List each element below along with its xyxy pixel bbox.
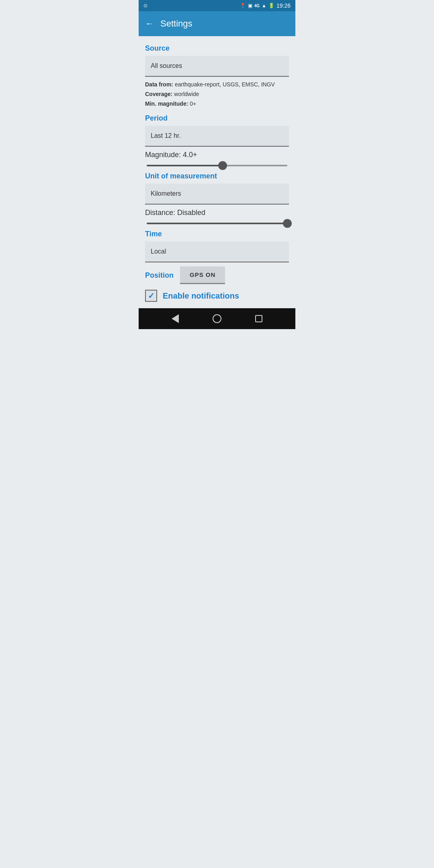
status-bar: ⊙ 📍 ▣ 4G ▲ 🔋 19:26 xyxy=(139,0,295,11)
source-info: Data from: earthquake-report, USGS, EMSC… xyxy=(145,80,289,108)
distance-slider-fill xyxy=(147,223,287,224)
4g-icon: 4G xyxy=(254,4,260,8)
magnitude-label: Magnitude: 4.0+ xyxy=(145,151,289,159)
time-dropdown[interactable]: Local xyxy=(145,242,289,262)
notifications-row: ✓ Enable notifications xyxy=(145,290,289,302)
app-bar: ← Settings xyxy=(139,11,295,36)
magnitude-slider-thumb[interactable] xyxy=(218,161,227,170)
time-section-title: Time xyxy=(145,230,289,238)
settings-content: Source All sources Data from: earthquake… xyxy=(139,36,295,308)
back-button[interactable]: ← xyxy=(145,18,154,29)
magnitude-section: Magnitude: 4.0+ xyxy=(145,151,289,166)
position-section-title: Position xyxy=(145,271,174,280)
source-dropdown[interactable]: All sources xyxy=(145,56,289,77)
position-row: Position GPS ON xyxy=(145,266,289,284)
nav-bar xyxy=(139,308,295,329)
checkmark-icon: ✓ xyxy=(148,291,155,301)
gps-on-button[interactable]: GPS ON xyxy=(180,266,225,284)
location-icon: 📍 xyxy=(240,3,246,8)
magnitude-slider-track[interactable] xyxy=(147,165,287,166)
signal-icon: ▲ xyxy=(262,3,266,8)
magnitude-slider-fill xyxy=(147,165,223,166)
distance-slider-container xyxy=(145,223,289,224)
source-section-title: Source xyxy=(145,44,289,53)
nav-recent-button[interactable] xyxy=(255,315,262,322)
vibrate-icon: ▣ xyxy=(248,3,252,8)
distance-label: Distance: Disabled xyxy=(145,209,289,217)
status-icon-spinner: ⊙ xyxy=(143,3,147,8)
distance-slider-thumb[interactable] xyxy=(283,219,292,228)
distance-section: Distance: Disabled xyxy=(145,209,289,224)
position-section: Position GPS ON xyxy=(145,266,289,284)
notifications-checkbox[interactable]: ✓ xyxy=(145,290,157,302)
time-display: 19:26 xyxy=(276,2,291,9)
nav-back-button[interactable] xyxy=(172,314,179,323)
distance-slider-track[interactable] xyxy=(147,223,287,224)
source-section: Source All sources Data from: earthquake… xyxy=(145,44,289,108)
nav-home-button[interactable] xyxy=(213,314,221,323)
page-title: Settings xyxy=(160,18,192,29)
period-section-title: Period xyxy=(145,114,289,123)
period-section: Period Last 12 hr. xyxy=(145,114,289,147)
unit-dropdown[interactable]: Kilometers xyxy=(145,184,289,205)
notifications-label: Enable notifications xyxy=(163,291,239,301)
period-dropdown[interactable]: Last 12 hr. xyxy=(145,126,289,147)
unit-section-title: Unit of measurement xyxy=(145,172,289,180)
battery-icon: 🔋 xyxy=(268,3,274,8)
time-section: Time Local xyxy=(145,230,289,262)
magnitude-slider-container xyxy=(145,165,289,166)
unit-section: Unit of measurement Kilometers xyxy=(145,172,289,205)
